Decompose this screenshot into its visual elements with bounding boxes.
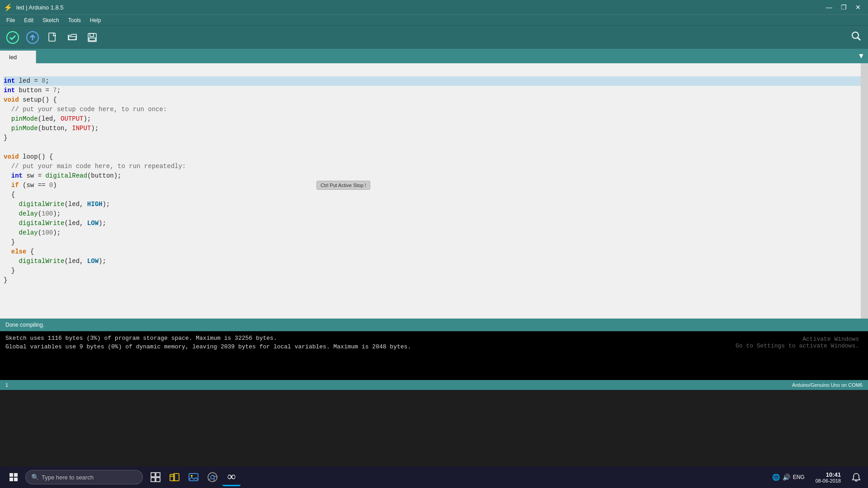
titlebar-title: led | Arduino 1.8.5	[16, 4, 64, 11]
open-button[interactable]	[63, 28, 81, 47]
console-line2: Global variables use 9 bytes (0%) of dyn…	[5, 343, 863, 350]
svg-rect-11	[9, 478, 13, 481]
app-icon: ⚡	[4, 3, 13, 12]
line-number: 1	[5, 382, 8, 388]
status-message: Done compiling.	[5, 322, 44, 328]
menubar: File Edit Sketch Tools Help	[0, 14, 868, 25]
board-info: Arduino/Genuino Uno on COM6	[792, 382, 863, 388]
svg-rect-19	[189, 474, 198, 481]
svg-rect-12	[14, 478, 18, 481]
minimize-button[interactable]: —	[823, 2, 835, 12]
menu-file[interactable]: File	[2, 16, 19, 24]
titlebar-controls: — ❐ ✕	[823, 2, 864, 12]
systray: 🌐 🔊 ENG	[769, 474, 808, 481]
activate-title: Activate Windows	[736, 336, 859, 343]
toolbar	[0, 25, 868, 49]
svg-rect-14	[156, 473, 160, 477]
menu-sketch[interactable]: Sketch	[38, 16, 64, 24]
console-output: Sketch uses 1116 bytes (3%) of program s…	[0, 331, 868, 380]
chrome-button[interactable]	[203, 468, 222, 486]
activate-windows: Activate Windows Go to Settings to activ…	[736, 336, 859, 349]
tab-dropdown-icon: ▼	[858, 52, 865, 60]
svg-rect-15	[151, 478, 155, 482]
taskbar-apps: ∞	[146, 468, 241, 486]
search-icon: 🔍	[31, 474, 39, 481]
tab-dropdown-button[interactable]: ▼	[854, 49, 868, 63]
svg-rect-3	[49, 33, 55, 41]
svg-line-8	[858, 38, 860, 40]
taskbar-right: 🌐 🔊 ENG 10:41 08-06-2018	[769, 469, 864, 485]
titlebar-left: ⚡ led | Arduino 1.8.5	[4, 3, 64, 12]
tooltip: Ctrl Put Active Stop !	[316, 181, 370, 190]
console-line1: Sketch uses 1116 bytes (3%) of program s…	[5, 335, 863, 342]
svg-rect-5	[90, 33, 94, 37]
menu-help[interactable]: Help	[85, 16, 106, 24]
search-placeholder: Type here to search	[42, 474, 94, 481]
svg-line-23	[212, 475, 217, 477]
network-icon: 🌐	[772, 474, 780, 481]
svg-point-7	[852, 32, 859, 38]
clock: 10:41 08-06-2018	[812, 471, 844, 483]
explorer-button[interactable]	[165, 468, 184, 486]
sound-icon: 🔊	[783, 474, 790, 481]
tab-led[interactable]: led	[0, 51, 36, 63]
save-button[interactable]	[83, 28, 101, 47]
svg-rect-13	[151, 473, 155, 477]
arduino-button[interactable]: ∞	[222, 468, 241, 486]
bottom-bar: 1 Arduino/Genuino Uno on COM6	[0, 380, 868, 390]
svg-rect-16	[156, 478, 160, 482]
taskbar: 🔍 Type here to search ∞ 🌐 🔊 ENG	[0, 466, 868, 488]
activate-subtitle: Go to Settings to activate Windows.	[736, 343, 859, 349]
start-button[interactable]	[4, 467, 24, 487]
close-button[interactable]: ✕	[852, 2, 864, 12]
main-container: ⚡ led | Arduino 1.8.5 — ❐ ✕ File Edit Sk…	[0, 0, 868, 488]
clock-date: 08-06-2018	[816, 478, 841, 483]
svg-rect-6	[89, 38, 95, 41]
lang-label: ENG	[793, 474, 805, 480]
notification-button[interactable]	[848, 469, 864, 485]
svg-point-20	[191, 475, 193, 477]
editor-container: int led = 8; int button = 7; void setup(…	[0, 63, 868, 319]
svg-rect-10	[14, 473, 18, 477]
editor-scroll[interactable]: int led = 8; int button = 7; void setup(…	[0, 63, 861, 319]
statusbar: Done compiling.	[0, 319, 868, 331]
upload-button[interactable]	[24, 28, 42, 47]
menu-edit[interactable]: Edit	[19, 16, 38, 24]
clock-time: 10:41	[816, 471, 841, 478]
task-view-button[interactable]	[146, 468, 165, 486]
titlebar: ⚡ led | Arduino 1.8.5 — ❐ ✕	[0, 0, 868, 14]
svg-rect-9	[9, 473, 13, 477]
new-button[interactable]	[43, 28, 61, 47]
editor-scrollbar[interactable]	[861, 63, 868, 319]
tabbar: led ▼	[0, 49, 868, 63]
search-button[interactable]	[848, 29, 864, 46]
verify-button[interactable]	[4, 28, 22, 47]
photos-button[interactable]	[184, 468, 203, 486]
code-area[interactable]: int led = 8; int button = 7; void setup(…	[0, 63, 861, 298]
tab-led-label: led	[9, 54, 17, 61]
taskbar-search[interactable]: 🔍 Type here to search	[25, 470, 143, 484]
svg-point-0	[7, 32, 19, 43]
menu-tools[interactable]: Tools	[64, 16, 85, 24]
svg-point-21	[208, 473, 217, 482]
maximize-button[interactable]: ❐	[837, 2, 850, 12]
